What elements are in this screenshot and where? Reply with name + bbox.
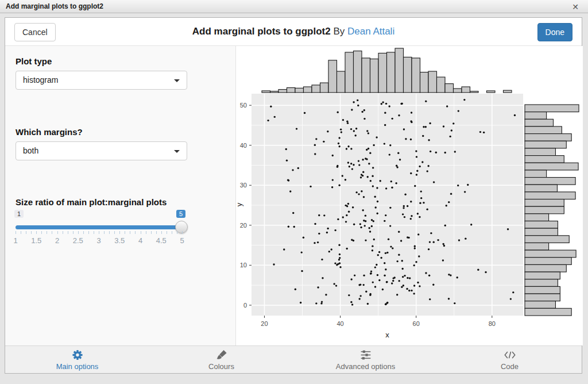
tab-label: Code <box>501 362 519 371</box>
window-title: Add marginal plots to ggplot2 <box>0 2 103 10</box>
slider-tick-label: 4.5 <box>156 236 167 245</box>
dialog-title-text: Add marginal plots to ggplot2 <box>192 26 331 37</box>
tab-label: Advanced options <box>336 362 395 371</box>
tab-colours[interactable]: Colours <box>149 346 293 373</box>
svg-text:60: 60 <box>413 320 420 327</box>
svg-text:50: 50 <box>240 102 247 109</box>
slider-tick-label: 1.5 <box>31 236 41 245</box>
svg-text:0: 0 <box>243 302 247 309</box>
slider-tick-label: 3.5 <box>114 236 125 245</box>
options-panel: Plot type histogram Which margins? both … <box>5 46 236 345</box>
tab-main-options[interactable]: Main options <box>5 346 149 373</box>
sliders-icon <box>359 349 372 361</box>
svg-text:x: x <box>385 331 389 339</box>
author-link[interactable]: Dean Attali <box>347 26 394 37</box>
margins-value: both <box>23 146 38 155</box>
svg-text:20: 20 <box>261 320 268 327</box>
slider-track[interactable] <box>16 225 182 229</box>
slider-tick-label: 1 <box>13 236 17 245</box>
dialog-header: Cancel Add marginal plots to ggplot2 By … <box>5 18 582 46</box>
slider-tick-label: 2.5 <box>73 236 83 245</box>
plot-type-select[interactable]: histogram <box>16 71 187 90</box>
tab-code[interactable]: Code <box>438 346 582 373</box>
code-icon <box>504 349 516 361</box>
slider-tick-label: 5 <box>180 236 184 245</box>
slider-tick-label: 4 <box>138 236 142 245</box>
margins-label: Which margins? <box>16 127 83 137</box>
tab-label: Colours <box>208 362 234 371</box>
brush-icon <box>215 349 228 361</box>
slider-tick-label: 3 <box>96 236 100 245</box>
size-ratio-label: Size ratio of main plot:marginal plots <box>16 197 167 207</box>
slider-value-badge: 5 <box>176 210 185 218</box>
plot-preview: 2040608001020304050xy <box>236 46 583 345</box>
chevron-down-icon <box>174 79 180 82</box>
svg-text:30: 30 <box>240 182 247 189</box>
svg-text:40: 40 <box>240 142 247 149</box>
svg-text:40: 40 <box>336 320 343 327</box>
tab-advanced-options[interactable]: Advanced options <box>293 346 438 373</box>
svg-text:y: y <box>236 202 243 206</box>
svg-text:20: 20 <box>240 222 247 229</box>
bottom-tabbar: Main options Colours Advanced options Co… <box>5 345 582 373</box>
plot-type-label: Plot type <box>16 56 52 66</box>
chevron-down-icon <box>174 150 180 153</box>
close-icon[interactable]: ✕ <box>570 1 581 13</box>
marginal-plot-figure: 2040608001020304050xy <box>236 46 583 345</box>
slider-tick-labels: 1 1.5 2 2.5 3 3.5 4 4.5 5 <box>16 236 182 245</box>
tab-label: Main options <box>56 362 99 371</box>
plot-type-value: histogram <box>23 75 58 85</box>
slider-min-badge: 1 <box>14 210 24 218</box>
margins-select[interactable]: both <box>16 141 187 160</box>
dialog-title-by: By <box>333 26 345 37</box>
gear-icon <box>71 349 84 361</box>
size-ratio-slider[interactable]: 1 5 1 1.5 2 2.5 3 3.5 4 4.5 5 <box>16 209 182 250</box>
slider-ticks <box>16 231 182 235</box>
dialog-title: Add marginal plots to ggplot2 By Dean At… <box>5 26 582 37</box>
svg-text:80: 80 <box>489 320 496 327</box>
done-button[interactable]: Done <box>537 23 572 41</box>
window-titlebar: Add marginal plots to ggplot2 ✕ <box>0 0 588 13</box>
svg-text:10: 10 <box>240 262 247 268</box>
slider-tick-label: 2 <box>55 236 59 245</box>
gadget-dialog: Cancel Add marginal plots to ggplot2 By … <box>5 17 582 374</box>
